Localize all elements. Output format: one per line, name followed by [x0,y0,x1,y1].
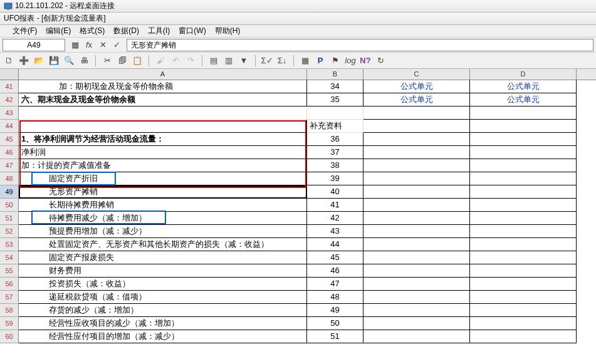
row-header[interactable]: 59 [0,317,19,330]
row-header[interactable]: 45 [0,133,19,146]
cell-B[interactable]: 34 [307,80,363,93]
save-icon[interactable]: 💾 [49,56,59,66]
row-header[interactable]: 44 [0,120,19,133]
cell-B[interactable]: 补充资料 [307,120,363,133]
row-header[interactable]: 52 [0,225,19,238]
cell-D[interactable] [470,238,577,251]
cell-reference-box[interactable]: A49 [3,39,65,51]
cut-icon[interactable]: ✂ [102,56,112,66]
cell-B[interactable]: 47 [307,278,363,291]
cell-D[interactable]: 公式单元 [470,93,577,107]
cell-C[interactable] [363,251,470,264]
cell-B[interactable] [307,107,363,120]
cell-C[interactable] [363,212,470,225]
cell-C[interactable] [363,185,470,199]
cell-A[interactable]: 固定资产报废损失 [19,251,307,264]
cell-C[interactable] [363,304,470,317]
cell-B[interactable]: 42 [307,212,363,225]
corner-cell[interactable] [0,69,19,80]
row-header[interactable]: 41 [0,80,19,93]
cell-A[interactable]: 经营性应收项目的减少（减：增加） [19,317,307,330]
row-header[interactable]: 56 [0,278,19,291]
cell-B[interactable]: 40 [307,185,363,199]
param-icon[interactable]: P [315,56,325,66]
cell-D[interactable] [470,304,577,317]
sort-icon[interactable]: ▼ [239,56,249,66]
insert-row-icon[interactable]: ▤ [209,56,219,66]
cell-C[interactable] [363,278,470,291]
cell-A[interactable]: 净利润 [19,146,307,159]
cell-D[interactable] [470,172,577,185]
cell-C[interactable] [363,317,470,330]
log-icon[interactable]: log [345,56,355,66]
cell-D[interactable] [470,133,577,146]
cell-A[interactable]: 预提费用增加（减：减少） [19,225,307,238]
cell-B[interactable]: 50 [307,317,363,330]
refresh-icon[interactable]: ↻ [375,56,385,66]
cell-B[interactable]: 36 [307,133,363,146]
cell-B[interactable]: 48 [307,291,363,304]
new-icon[interactable]: 🗋 [4,56,14,66]
cell-A[interactable]: 1、将净利润调节为经营活动现金流量： [19,133,307,146]
cell-C[interactable] [363,172,470,185]
cell-C[interactable]: 公式单元 [363,80,470,93]
row-header[interactable]: 50 [0,199,19,212]
row-header[interactable]: 55 [0,264,19,278]
redo-icon[interactable]: ↷ [186,56,196,66]
cell-C[interactable] [363,238,470,251]
cell-C[interactable] [363,225,470,238]
col-header-B[interactable]: B [307,69,363,80]
cell-D[interactable] [470,212,577,225]
cancel-icon[interactable]: ✕ [98,40,108,50]
cell-D[interactable]: 公式单元 [470,80,577,93]
cell-D[interactable] [470,317,577,330]
row-header[interactable]: 48 [0,172,19,185]
cell-C[interactable] [363,264,470,278]
cell-D[interactable] [470,251,577,264]
cell-A[interactable]: 存货的减少（减：增加） [19,304,307,317]
cell-A[interactable]: 无形资产摊销 [19,185,307,199]
cell-B[interactable]: 44 [307,238,363,251]
cell-B[interactable]: 38 [307,159,363,172]
row-header[interactable]: 42 [0,93,19,107]
cell-C[interactable] [363,120,470,133]
cell-D[interactable] [470,330,577,343]
cell-A[interactable]: 六、期末现金及现金等价物余额 [19,93,307,107]
sum2-icon[interactable]: Σ↓ [277,56,287,66]
cell-A[interactable]: 长期待摊费用摊销 [19,199,307,212]
cell-A[interactable]: 处置固定资产、无形资产和其他长期资产的损失（减：收益） [19,238,307,251]
menu-help[interactable]: 帮助(H) [215,26,241,36]
undo-icon[interactable]: ↶ [170,56,180,66]
print-icon[interactable]: 🖶 [79,56,89,66]
cell-C[interactable] [363,291,470,304]
cell-B[interactable]: 37 [307,146,363,159]
open-icon[interactable]: 📂 [34,56,44,66]
col-header-C[interactable]: C [363,69,470,80]
cell-C[interactable] [363,133,470,146]
cell-D[interactable] [470,278,577,291]
cell-D[interactable] [470,120,577,133]
sum-icon[interactable]: Σ✓ [262,56,272,66]
cell-A[interactable] [19,120,307,133]
row-header[interactable]: 47 [0,159,19,172]
spreadsheet[interactable]: A B C D 41加：期初现金及现金等价物余额34公式单元公式单元42六、期末… [0,69,596,364]
row-header[interactable]: 57 [0,291,19,304]
row-header[interactable]: 60 [0,330,19,343]
menu-data[interactable]: 数据(D) [113,26,139,36]
row-header[interactable]: 51 [0,212,19,225]
delete-row-icon[interactable]: ▥ [224,56,234,66]
row-header[interactable]: 58 [0,304,19,317]
cell-A[interactable]: 固定资产折旧 [19,172,307,185]
copy-icon[interactable]: 🗐 [117,56,127,66]
cell-C[interactable] [363,330,470,343]
cell-B[interactable]: 46 [307,264,363,278]
cell-A[interactable] [19,107,307,120]
cell-B[interactable]: 39 [307,172,363,185]
row-header[interactable]: 46 [0,146,19,159]
row-header[interactable]: 43 [0,107,19,120]
toggle-icon[interactable]: ▦ [70,40,80,50]
cell-A[interactable]: 投资损失（减：收益） [19,278,307,291]
cell-D[interactable] [470,225,577,238]
cell-A[interactable]: 财务费用 [19,264,307,278]
cell-D[interactable] [470,185,577,199]
